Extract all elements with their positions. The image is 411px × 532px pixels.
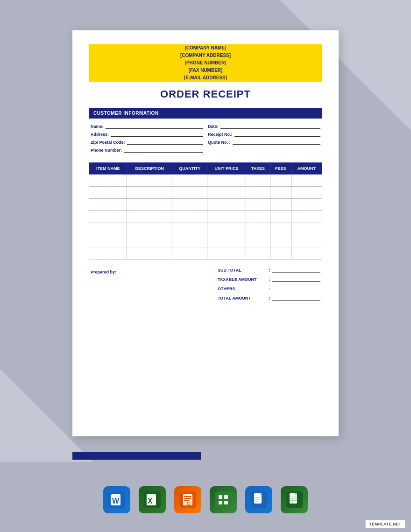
customer-info-section: Name: Address: Zip/ Postal Code: Phone N…: [89, 123, 322, 155]
items-table: ITEM NAME DESCRIPTION QUANTITY UNIT PRIC…: [89, 162, 322, 259]
company-name: [COMPANY NAME]: [89, 44, 322, 52]
others-colon: :: [269, 287, 270, 291]
table-row: [89, 199, 322, 211]
svg-text:X: X: [148, 497, 153, 505]
receipt-no-line: [234, 131, 320, 137]
taxable-amount-row: TAXABLE AMOUNT :: [218, 276, 320, 282]
th-description: DESCRIPTION: [127, 163, 172, 175]
total-amount-row: TOTAL AMOUNT :: [218, 295, 320, 301]
receipt-no-label: Receipt No.:: [208, 132, 233, 137]
bottom-bar: [72, 452, 201, 460]
company-fax: [FAX NUMBER]: [89, 67, 322, 74]
company-header: [COMPANY NAME] [COMPANY ADDRESS] [PHONE …: [89, 44, 322, 82]
sheets-icon-tile[interactable]: [281, 486, 308, 513]
sheets-svg: [286, 491, 303, 508]
customer-info-header: CUSTOMER INFORMATION: [89, 108, 322, 119]
others-row: OTHERS :: [218, 286, 320, 291]
numbers-svg: [215, 491, 232, 508]
quote-no-row: Quote No. :: [208, 139, 320, 145]
totals-section: SUB TOTAL : TAXABLE AMOUNT : OTHERS : TO…: [218, 267, 320, 304]
name-line: [106, 123, 203, 129]
table-header-row: ITEM NAME DESCRIPTION QUANTITY UNIT PRIC…: [89, 163, 322, 175]
address-line: [111, 131, 203, 137]
table-row: [89, 175, 322, 187]
summary-section: Prepared by: SUB TOTAL : TAXABLE AMOUNT …: [89, 267, 322, 304]
total-amount-colon: :: [269, 296, 270, 301]
info-right: Date: Receipt No.: Quote No. :: [208, 123, 320, 155]
company-phone: [PHONE NUMBER]: [89, 59, 322, 67]
name-row: Name:: [91, 123, 203, 129]
zip-row: Zip/ Postal Code:: [91, 139, 203, 145]
th-taxes: TAXES: [246, 163, 270, 175]
excel-svg: X: [144, 491, 161, 508]
svg-rect-11: [184, 498, 191, 499]
taxable-amount-colon: :: [269, 277, 270, 282]
others-line: [272, 286, 320, 291]
svg-rect-25: [255, 499, 261, 500]
watermark: TEMPLATE.NET: [365, 520, 405, 528]
svg-rect-33: [290, 500, 297, 501]
sub-total-line: [272, 267, 320, 273]
sub-total-colon: :: [269, 268, 270, 273]
company-address: [COMPANY ADDRESS]: [89, 52, 322, 59]
company-email: [E-MAIL ADDRESS]: [89, 74, 322, 82]
total-amount-line: [272, 295, 320, 301]
svg-rect-17: [224, 495, 228, 499]
document-title: ORDER RECEIPT: [89, 88, 322, 100]
table-row: [89, 235, 322, 247]
zip-line: [127, 139, 203, 145]
svg-rect-24: [255, 497, 261, 498]
svg-rect-32: [290, 498, 297, 499]
svg-rect-31: [290, 497, 297, 497]
date-line: [220, 123, 320, 129]
docs-icon-tile[interactable]: [245, 486, 272, 513]
th-amount: AMOUNT: [291, 163, 322, 175]
prepared-by-label: Prepared by:: [91, 270, 116, 274]
phone-label: Phone Number:: [91, 148, 122, 153]
svg-rect-10: [184, 496, 191, 497]
taxable-amount-line: [272, 276, 320, 282]
total-amount-label: TOTAL AMOUNT: [218, 296, 269, 301]
prepared-by: Prepared by:: [91, 267, 116, 275]
others-label: OTHERS: [218, 287, 269, 291]
th-unit-price: UNIT PRICE: [207, 163, 246, 175]
numbers-icon-tile[interactable]: [210, 486, 237, 513]
th-fees: FEES: [270, 163, 291, 175]
info-grid: Name: Address: Zip/ Postal Code: Phone N…: [91, 123, 320, 155]
receipt-no-row: Receipt No.:: [208, 131, 320, 137]
svg-rect-12: [184, 500, 190, 501]
word-icon-tile[interactable]: W: [103, 486, 130, 513]
name-label: Name:: [91, 124, 104, 129]
docs-svg: [250, 491, 267, 508]
table-row: [89, 211, 322, 223]
document-paper: [COMPANY NAME] [COMPANY ADDRESS] [PHONE …: [72, 30, 339, 436]
phone-line: [124, 147, 203, 153]
svg-rect-34: [292, 497, 293, 504]
svg-rect-16: [219, 495, 222, 499]
sub-total-row: SUB TOTAL :: [218, 267, 320, 273]
word-svg: W: [108, 491, 125, 508]
phone-row: Phone Number:: [91, 147, 203, 153]
pages-icon-tile[interactable]: [174, 486, 201, 513]
excel-icon-tile[interactable]: X: [139, 486, 166, 513]
pages-svg: [179, 491, 196, 508]
date-label: Date:: [208, 124, 219, 129]
quote-no-label: Quote No. :: [208, 140, 231, 145]
info-left: Name: Address: Zip/ Postal Code: Phone N…: [91, 123, 203, 155]
th-item-name: ITEM NAME: [89, 163, 127, 175]
svg-rect-18: [219, 501, 222, 504]
date-row: Date:: [208, 123, 320, 129]
table-row: [89, 247, 322, 259]
sub-total-label: SUB TOTAL: [218, 268, 269, 273]
zip-label: Zip/ Postal Code:: [91, 140, 125, 145]
app-icons-row: W X: [103, 486, 308, 513]
taxable-amount-label: TAXABLE AMOUNT: [218, 277, 269, 282]
th-quantity: QUANTITY: [172, 163, 207, 175]
quote-no-line: [233, 139, 321, 145]
svg-rect-15: [215, 491, 232, 508]
svg-text:W: W: [112, 497, 120, 505]
svg-rect-26: [255, 501, 259, 502]
address-row: Address:: [91, 131, 203, 137]
svg-rect-19: [224, 501, 228, 504]
svg-rect-14: [188, 503, 190, 504]
